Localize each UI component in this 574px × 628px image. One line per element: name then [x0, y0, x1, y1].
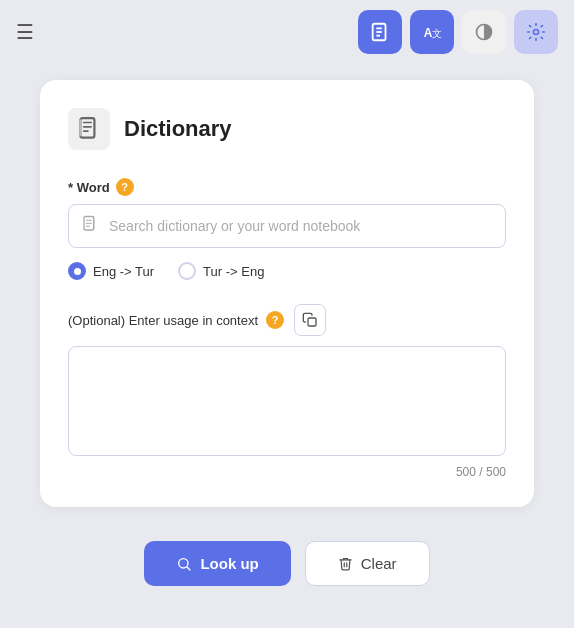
word-help-icon[interactable]: ?: [116, 178, 134, 196]
word-label-text: * Word: [68, 180, 110, 195]
clear-label: Clear: [361, 555, 397, 572]
search-input[interactable]: [109, 218, 493, 234]
radio-tur-eng-label: Tur -> Eng: [203, 264, 264, 279]
optional-label-text: (Optional) Enter usage in context: [68, 313, 258, 328]
char-max: 500: [486, 465, 506, 479]
copy-button[interactable]: [294, 304, 326, 336]
radio-tur-eng[interactable]: Tur -> Eng: [178, 262, 264, 280]
search-book-icon: [81, 215, 99, 237]
svg-rect-12: [308, 318, 316, 326]
nav-settings-button[interactable]: [514, 10, 558, 54]
optional-help-icon[interactable]: ?: [266, 311, 284, 329]
content-area: Dictionary * Word ? Eng -> Tur: [0, 64, 574, 523]
nav-translate-button[interactable]: A 文: [410, 10, 454, 54]
radio-eng-tur-label: Eng -> Tur: [93, 264, 154, 279]
word-field-label: * Word ?: [68, 178, 506, 196]
svg-text:文: 文: [432, 28, 442, 39]
clear-button[interactable]: Clear: [305, 541, 430, 586]
menu-icon[interactable]: ☰: [16, 20, 34, 44]
svg-rect-11: [83, 217, 85, 228]
search-input-wrap: [68, 204, 506, 248]
navbar: ☰ A 文: [0, 0, 574, 64]
char-separator: /: [479, 465, 486, 479]
radio-eng-tur[interactable]: Eng -> Tur: [68, 262, 154, 280]
context-textarea[interactable]: [68, 346, 506, 456]
page-title: Dictionary: [124, 116, 232, 142]
char-current: 500: [456, 465, 476, 479]
dict-header: Dictionary: [68, 108, 506, 150]
svg-rect-9: [79, 119, 81, 136]
svg-rect-8: [80, 118, 94, 138]
lookup-button[interactable]: Look up: [144, 541, 290, 586]
nav-theme-button[interactable]: [462, 10, 506, 54]
radio-group: Eng -> Tur Tur -> Eng: [68, 262, 506, 280]
svg-line-14: [187, 567, 190, 570]
radio-eng-tur-circle: [68, 262, 86, 280]
dictionary-card: Dictionary * Word ? Eng -> Tur: [40, 80, 534, 507]
optional-label-row: (Optional) Enter usage in context ?: [68, 304, 506, 336]
svg-point-7: [534, 30, 539, 35]
nav-book-button[interactable]: [358, 10, 402, 54]
dictionary-icon: [68, 108, 110, 150]
bottom-bar: Look up Clear: [0, 523, 574, 596]
radio-tur-eng-circle: [178, 262, 196, 280]
char-count: 500 / 500: [68, 465, 506, 479]
lookup-label: Look up: [200, 555, 258, 572]
